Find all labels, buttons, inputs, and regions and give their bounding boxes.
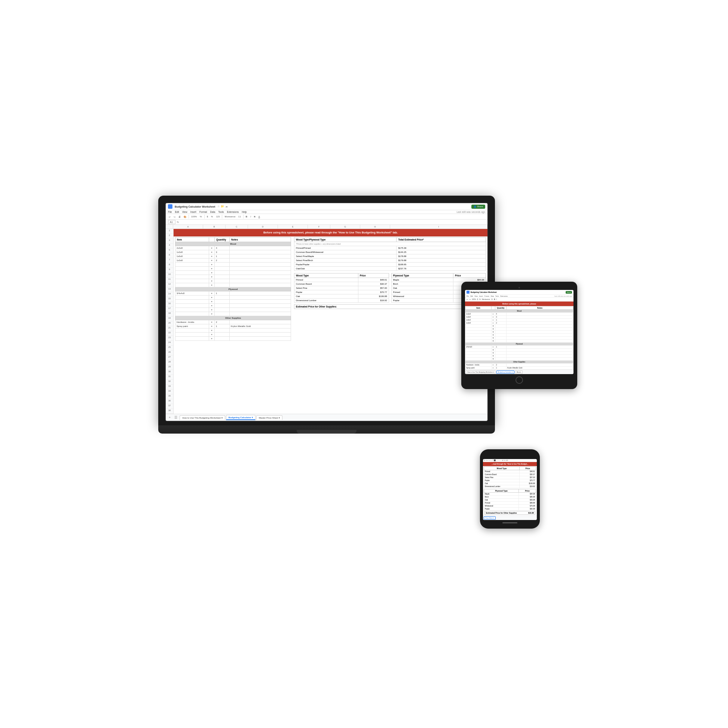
tab-budgeting-calculator[interactable]: Budgeting Calculator ▾ (226, 415, 255, 420)
tablet-share-btn[interactable]: Share (566, 291, 572, 294)
strikethrough-btn[interactable]: S (253, 215, 256, 218)
menu-file[interactable]: File (168, 211, 172, 213)
tablet-row: 1x3x8▼2 (465, 322, 574, 325)
item-cell[interactable]: 1x3x8 (176, 258, 209, 263)
tablet-home-button[interactable] (515, 376, 523, 384)
t-100[interactable]: 100% (472, 298, 476, 300)
item-table: Item Quantity Notes (175, 237, 291, 341)
note-cell[interactable] (230, 258, 291, 263)
cloud-icon[interactable]: ☁ (225, 205, 228, 208)
row-14: 14 (166, 292, 173, 297)
t-percent[interactable]: % (479, 298, 481, 300)
table-row: Maple $84.98 (391, 278, 486, 282)
t-undo[interactable]: ↩ (466, 298, 468, 300)
tablet-row: ▼ (465, 334, 574, 337)
zoom-selector[interactable]: 100% (190, 215, 197, 218)
note-cell[interactable] (230, 246, 291, 250)
t-bold[interactable]: B (494, 298, 495, 300)
t-th-arr (492, 306, 495, 310)
price-tables-row: Wood Type Price Primed $48 (294, 273, 486, 303)
note-cell[interactable]: Krylon Metallic Gold (230, 324, 291, 329)
item-cell[interactable]: 2x3x8 (176, 246, 209, 250)
t-menu-format[interactable]: Format (485, 295, 489, 297)
currency-btn[interactable]: $ (206, 215, 209, 218)
col-F[interactable]: F (308, 225, 330, 229)
phone-tab-price[interactable]: Price Sheet ▾ (484, 516, 496, 520)
t-menu-edit[interactable]: Edit (470, 295, 473, 297)
phone-tabs: Price Sheet ▾ (483, 515, 537, 520)
qty-cell[interactable]: 1 (215, 324, 230, 329)
toolbar-undo[interactable]: ↩ (168, 215, 171, 219)
t-menu-file[interactable]: File (466, 295, 469, 297)
tab-master-price-sheet[interactable]: Master Price Sheet ▾ (256, 415, 283, 420)
note-cell[interactable] (230, 254, 291, 258)
qty-cell[interactable]: 2 (215, 258, 230, 263)
number-btn[interactable]: 123 (215, 215, 220, 218)
toolbar-print[interactable]: 🖨 (178, 215, 182, 218)
col-G[interactable]: G (330, 225, 360, 229)
underline-btn[interactable]: A (258, 215, 261, 218)
note-cell[interactable] (230, 320, 291, 324)
list-item: Whitewood$76.98 (484, 505, 536, 508)
item-cell[interactable]: 1x3x8 (176, 250, 209, 254)
col-C[interactable]: C (226, 225, 248, 229)
percent-btn[interactable]: % (210, 215, 214, 218)
tablet-tab-how-to[interactable]: How to Use This Budgeting Worksheet ▾ (466, 370, 496, 374)
qty-cell[interactable]: 1 (215, 291, 230, 295)
t-menu-tools[interactable]: Tools (495, 295, 499, 297)
t-size[interactable]: 11 (491, 298, 493, 300)
item-cell[interactable]: Hardware - knobs (176, 320, 209, 324)
item-cell[interactable]: 3/4x4x8 (176, 291, 209, 295)
menu-view[interactable]: View (182, 211, 187, 213)
tablet-tab-budget[interactable]: Budgeting Calculator ▾ (496, 370, 514, 374)
col-B[interactable]: B (203, 225, 226, 229)
toolbar-redo[interactable]: ↪ (173, 215, 176, 219)
menu-help[interactable]: Help (242, 211, 246, 213)
menu-extensions[interactable]: Extensions (227, 211, 239, 213)
qty-cell[interactable]: 4 (215, 246, 230, 250)
col-E[interactable]: E (278, 225, 308, 229)
note-cell[interactable] (230, 250, 291, 254)
t-font[interactable]: Montserrat (482, 298, 490, 300)
italic-btn[interactable]: I (249, 215, 252, 218)
tablet-tab-master[interactable]: Master (515, 370, 523, 374)
menu-tools[interactable]: Tools (218, 211, 224, 213)
laptop-spreadsheet: Budgeting Calculator Worksheet ☆ 📁 ☁ 👤 S… (166, 203, 488, 421)
col-H[interactable]: H (360, 225, 390, 229)
t-dollar[interactable]: $ (477, 298, 479, 300)
table-row: Common Board/Whitewood $144.25 (294, 250, 486, 254)
t-redo[interactable]: ↪ (469, 298, 471, 300)
menu-edit[interactable]: Edit (175, 211, 179, 213)
t-menu-extensions[interactable]: Extensions (500, 295, 508, 297)
qty-cell[interactable]: 2 (215, 320, 230, 324)
col-D[interactable]: D (248, 225, 278, 229)
menu-data[interactable]: Data (210, 211, 216, 213)
note-cell[interactable] (230, 291, 291, 295)
row-18: 18 (166, 312, 173, 317)
laptop-base (158, 425, 495, 434)
t-italic[interactable]: I (496, 298, 497, 300)
col-I[interactable]: I (390, 225, 488, 229)
add-sheet-button[interactable]: + (167, 416, 172, 419)
cell-ref[interactable]: A1 (168, 220, 176, 224)
item-cell[interactable]: Spray paint (176, 324, 209, 329)
font-selector[interactable]: Montserrat (224, 215, 236, 218)
t-menu-insert[interactable]: Insert (479, 295, 483, 297)
menu-format[interactable]: Format (199, 211, 207, 213)
tab-how-to-use[interactable]: How to Use This Budgeting Worksheet ▾ (180, 415, 225, 420)
qty-cell[interactable]: 1 (215, 254, 230, 258)
toolbar-paint[interactable]: 🎨 (183, 215, 187, 219)
phone-home-bar[interactable] (502, 522, 517, 523)
folder-icon[interactable]: 📁 (221, 205, 224, 208)
share-button[interactable]: 👤 Share (471, 205, 485, 209)
menu-insert[interactable]: Insert (190, 211, 196, 213)
sheets-list-button[interactable]: ☰ (173, 416, 179, 419)
item-cell[interactable]: 1x6x8 (176, 254, 209, 258)
t-menu-data[interactable]: Data (491, 295, 494, 297)
star-icon[interactable]: ☆ (217, 205, 220, 208)
font-size[interactable]: 11 (237, 215, 242, 218)
qty-cell[interactable]: 3 (215, 250, 230, 254)
bold-btn[interactable]: B (245, 215, 248, 218)
t-menu-view[interactable]: View (474, 295, 478, 297)
col-A[interactable]: A (173, 225, 203, 229)
